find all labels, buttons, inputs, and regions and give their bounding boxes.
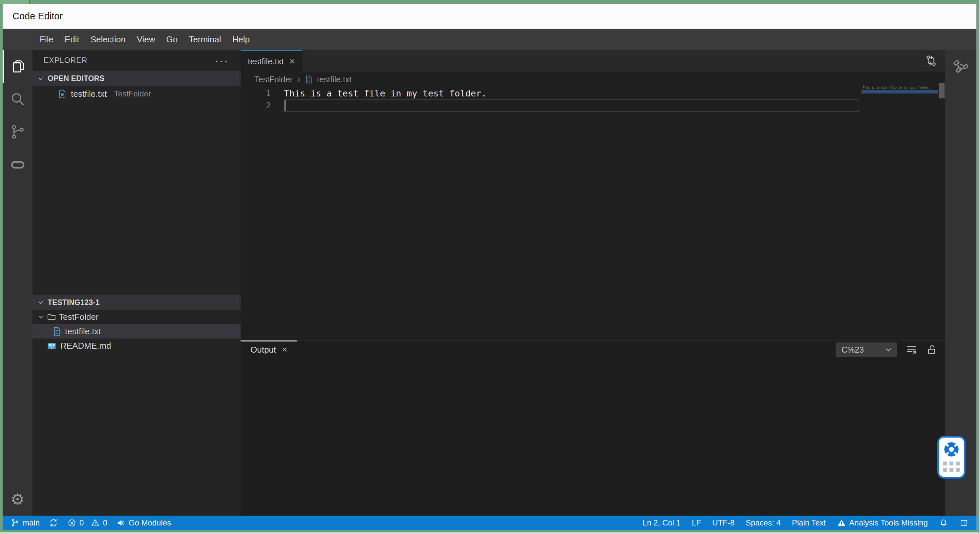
git-branch-icon <box>11 518 20 528</box>
clear-output-icon[interactable] <box>906 344 918 356</box>
frame-top-divider <box>29 0 30 4</box>
menu-terminal[interactable]: Terminal <box>183 29 226 50</box>
folder-icon <box>47 312 56 321</box>
drag-dots-icon[interactable] <box>943 461 960 472</box>
file-text-icon <box>53 327 61 336</box>
tree-file-readme[interactable]: README.md <box>32 339 240 353</box>
menu-help[interactable]: Help <box>227 29 255 50</box>
open-editor-file-description: TestFolder <box>114 89 151 99</box>
minimap[interactable]: This is a test file in my test folder. <box>862 85 938 94</box>
eol-item[interactable]: LF <box>692 518 701 528</box>
frame-right-strip <box>979 0 980 534</box>
megaphone-icon <box>116 518 126 528</box>
frame-bottom-strip <box>0 532 980 534</box>
tree-folder-label: TestFolder <box>59 312 99 322</box>
help-widget[interactable] <box>937 436 966 478</box>
open-editor-file-label: testfile.txt <box>71 89 107 99</box>
warning-filled-icon <box>837 518 846 528</box>
output-channel-select[interactable]: C%23 <box>835 342 897 357</box>
branch-status-item[interactable]: main <box>11 518 40 528</box>
indent-guide <box>38 324 38 339</box>
menu-bar: File Edit Selection View Go Terminal Hel… <box>3 29 977 50</box>
breadcrumb-file[interactable]: testfile.txt <box>317 75 352 84</box>
tree-folder-testfolder[interactable]: TestFolder <box>32 310 240 324</box>
workflow-icon[interactable] <box>953 58 969 75</box>
title-bar: Code Editor <box>3 4 977 29</box>
panel-controls: C%23 <box>835 342 937 357</box>
layout-toggle-item[interactable] <box>959 518 969 528</box>
workspace-section-header[interactable]: TESTING123-1 <box>32 295 240 310</box>
line-number: 2 <box>240 101 271 110</box>
editor-group: testfile.txt × <box>240 50 945 516</box>
menu-file[interactable]: File <box>34 29 59 50</box>
code-line-1: 1 This is a test file in my test folder. <box>240 87 945 99</box>
line-text: This is a test file in my test folder. <box>284 88 487 99</box>
tab-testfile[interactable]: testfile.txt × <box>240 50 302 72</box>
panel-tab-label: Output <box>250 345 276 355</box>
file-text-icon <box>58 89 66 99</box>
breadcrumb: TestFolder › testfile.txt <box>240 72 945 87</box>
panel-header: Output × C%23 <box>240 341 945 358</box>
extensions-oval-icon <box>10 156 26 173</box>
code-editor[interactable]: 1 This is a test file in my test folder.… <box>240 87 945 340</box>
tree-file-testfile-selected[interactable]: testfile.txt <box>32 324 240 339</box>
current-line-highlight <box>284 99 859 112</box>
editor-scrollbar-thumb[interactable] <box>939 83 945 99</box>
source-control-icon <box>10 124 26 140</box>
open-editors-label: OPEN EDITORS <box>48 74 104 83</box>
window-title: Code Editor <box>13 11 63 22</box>
sidebar-empty-space <box>32 353 240 516</box>
panel-tab-output[interactable]: Output × <box>240 341 297 358</box>
activity-explorer-button[interactable] <box>3 50 32 83</box>
go-modules-label: Go Modules <box>129 518 171 528</box>
compare-changes-icon[interactable] <box>924 54 938 68</box>
menu-selection[interactable]: Selection <box>85 29 131 50</box>
error-icon <box>67 518 76 528</box>
editor-tab-bar: testfile.txt × <box>240 50 945 72</box>
lifebuoy-icon <box>942 440 961 459</box>
cursor-position-item[interactable]: Ln 2, Col 1 <box>643 518 681 528</box>
notifications-bell-item[interactable] <box>939 518 948 528</box>
encoding-item[interactable]: UTF-8 <box>712 518 735 528</box>
frame-top-left-segment <box>0 0 29 4</box>
go-modules-status-item[interactable]: Go Modules <box>116 518 171 528</box>
analysis-tools-item[interactable]: Analysis Tools Missing <box>837 518 928 528</box>
close-icon[interactable]: × <box>289 56 295 67</box>
text-cursor <box>285 100 286 111</box>
search-icon <box>10 91 26 107</box>
tab-label: testfile.txt <box>248 56 284 67</box>
menu-go[interactable]: Go <box>161 29 183 50</box>
output-panel-content <box>240 358 945 516</box>
sync-status-item[interactable] <box>49 518 58 528</box>
close-icon[interactable]: × <box>282 345 287 355</box>
editor-actions <box>924 50 945 72</box>
error-count: 0 <box>80 518 84 528</box>
open-editors-empty-space <box>32 101 240 295</box>
layout-icon <box>959 518 969 528</box>
warning-count: 0 <box>103 518 107 528</box>
files-icon <box>10 58 27 75</box>
indentation-item[interactable]: Spaces: 4 <box>746 518 781 528</box>
menu-edit[interactable]: Edit <box>59 29 85 50</box>
chevron-down-icon <box>37 299 44 306</box>
tree-file-label: README.md <box>60 341 111 351</box>
activity-source-control-button[interactable] <box>3 116 32 148</box>
open-editors-section-header[interactable]: OPEN EDITORS <box>32 71 240 86</box>
explorer-title: EXPLORER <box>44 56 87 65</box>
settings-gear-button[interactable]: ⚙ <box>3 483 32 516</box>
breadcrumb-folder[interactable]: TestFolder <box>255 75 293 84</box>
activity-extensions-button[interactable] <box>3 148 32 181</box>
unlock-icon[interactable] <box>926 344 937 355</box>
language-mode-item[interactable]: Plain Text <box>792 518 826 528</box>
open-editor-item-testfile[interactable]: testfile.txt TestFolder <box>32 86 240 101</box>
more-actions-icon[interactable]: ··· <box>215 57 229 64</box>
chevron-down-icon <box>37 75 44 82</box>
problems-status-item[interactable]: 0 0 <box>67 518 107 528</box>
menu-view[interactable]: View <box>131 29 161 50</box>
activity-search-button[interactable] <box>3 83 32 116</box>
explorer-header: EXPLORER ··· <box>32 50 240 71</box>
markdown-book-icon <box>47 342 56 350</box>
chevron-right-icon: › <box>298 75 300 85</box>
output-channel-value: C%23 <box>842 345 864 354</box>
minimap-highlight <box>862 90 938 94</box>
